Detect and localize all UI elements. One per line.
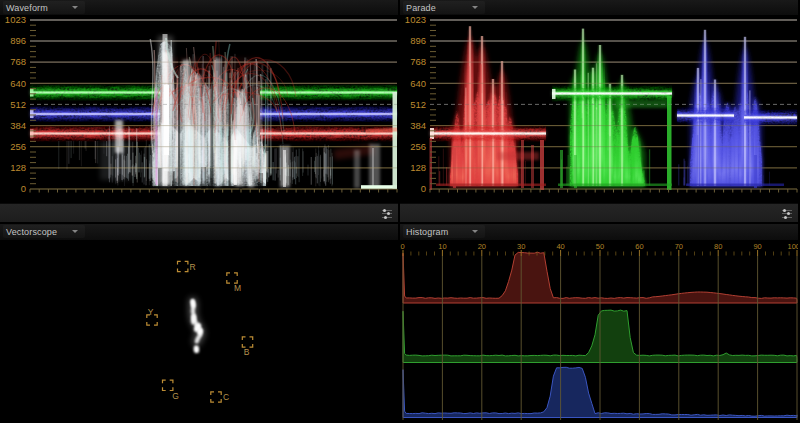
svg-text:0: 0	[421, 183, 426, 194]
svg-text:768: 768	[410, 56, 426, 67]
svg-text:0: 0	[21, 183, 26, 194]
svg-text:384: 384	[10, 120, 26, 131]
svg-text:0: 0	[401, 242, 405, 251]
svg-text:512: 512	[10, 99, 26, 110]
svg-text:20: 20	[478, 242, 486, 251]
svg-text:128: 128	[410, 162, 426, 173]
svg-text:80: 80	[714, 242, 722, 251]
svg-text:128: 128	[10, 162, 26, 173]
svg-text:768: 768	[10, 56, 26, 67]
svg-text:40: 40	[556, 242, 564, 251]
svg-text:Y: Y	[148, 307, 154, 317]
svg-text:100: 100	[787, 242, 798, 251]
svg-text:896: 896	[10, 35, 26, 46]
svg-text:256: 256	[410, 141, 426, 152]
svg-text:50: 50	[596, 242, 604, 251]
svg-text:C: C	[223, 392, 229, 402]
svg-text:512: 512	[410, 99, 426, 110]
svg-text:90: 90	[753, 242, 761, 251]
svg-text:1023: 1023	[405, 14, 426, 25]
svg-text:1023: 1023	[5, 14, 26, 25]
svg-text:70: 70	[675, 242, 683, 251]
svg-text:10: 10	[438, 242, 446, 251]
svg-text:256: 256	[10, 141, 26, 152]
svg-text:B: B	[244, 347, 250, 357]
svg-text:G: G	[172, 391, 179, 401]
svg-text:640: 640	[10, 78, 26, 89]
svg-text:384: 384	[410, 120, 426, 131]
svg-text:30: 30	[517, 242, 525, 251]
svg-text:M: M	[234, 283, 241, 293]
svg-text:896: 896	[410, 35, 426, 46]
svg-text:640: 640	[410, 78, 426, 89]
svg-text:R: R	[189, 262, 195, 272]
svg-text:60: 60	[635, 242, 643, 251]
